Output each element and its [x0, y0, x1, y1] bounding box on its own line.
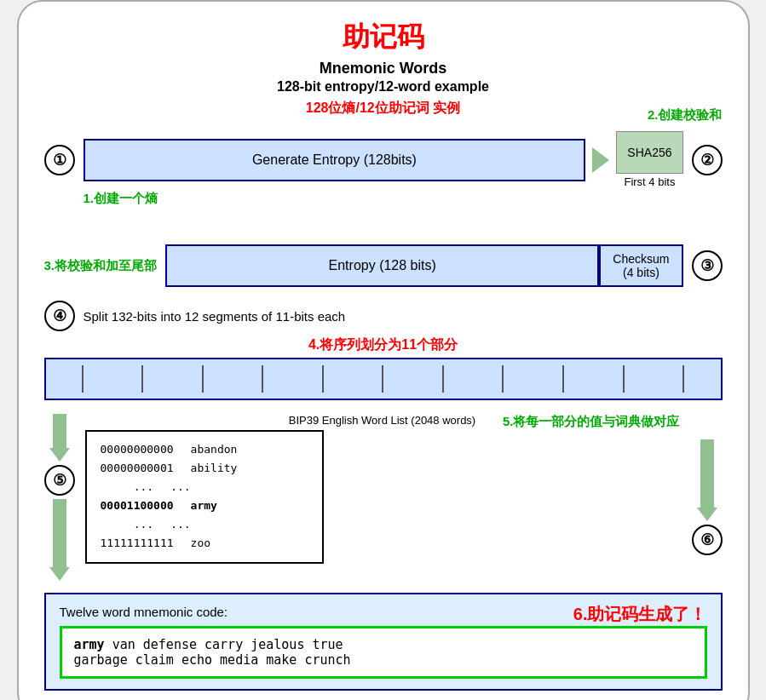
row-bip39: ⑤ 5.将每一部分的值与词典做对应 BIP39 English Word Lis… [44, 414, 723, 581]
divider [82, 365, 84, 393]
divider [502, 365, 504, 393]
row-entropy-sha: 2.创建校验和 ① Generate Entropy (128bits) SHA… [44, 131, 723, 188]
word-6: zoo [191, 534, 210, 553]
arrow-right-icon [592, 147, 609, 173]
checksum-label: Checksum(4 bits) [613, 252, 669, 279]
arrow-head-top [49, 448, 70, 462]
mnemonic-rest: van defense carry jealous truegarbage cl… [74, 637, 351, 668]
word-1: abandon [191, 440, 238, 459]
word-2: ability [191, 459, 238, 478]
divider [202, 365, 204, 393]
title-zh: 助记码 [44, 19, 723, 56]
binary-2: 00000000001 [101, 459, 174, 478]
entropy-box: Generate Entropy (128bits) [84, 139, 586, 181]
subtitle-zh: 128位熵/12位助记词 实例 [44, 100, 723, 118]
divider [322, 365, 324, 393]
circle-6: ⑥ [692, 525, 723, 555]
label-4: 4.将序列划分为11个部分 [44, 336, 723, 354]
row-mnemonic: 6.助记码生成了！ Twelve word mnemonic code: arm… [44, 593, 723, 691]
main-container: 助记码 Mnemonic Words 128-bit entropy/12-wo… [17, 0, 750, 700]
title-en: Mnemonic Words [44, 60, 723, 77]
bip-table: 00000000000 abandon 00000000001 ability … [85, 430, 324, 564]
first4bits-label: First 4 bits [624, 175, 675, 188]
binary-6: 11111111111 [101, 534, 174, 553]
binary-dots-2: ... [101, 515, 154, 534]
mnemonic-inner: army van defense carry jealous truegarba… [60, 626, 707, 679]
bip-row-3: ... ... [101, 478, 308, 496]
circle-2: ② [692, 145, 723, 175]
label-1: 1.创建一个熵 [84, 191, 158, 207]
divider [623, 365, 625, 393]
divider [141, 365, 143, 393]
circle-4: ④ [44, 301, 75, 331]
split-text: Split 132-bits into 12 segments of 11-bi… [84, 309, 346, 324]
checksum-box: Checksum(4 bits) [599, 244, 682, 287]
bip-row-1: 00000000000 abandon [101, 440, 308, 459]
arrow-head-right [697, 508, 717, 521]
bip-row-5: ... ... [101, 515, 308, 534]
bip-row-4: 00001100000 army [101, 496, 308, 515]
divider [562, 365, 564, 393]
segments-box [44, 358, 723, 400]
circle-1: ① [44, 145, 75, 175]
arrow-head-bottom [49, 567, 70, 581]
bip-row-2: 00000000001 ability [101, 459, 308, 478]
row-split: ④ Split 132-bits into 12 segments of 11-… [44, 301, 723, 400]
word-dots-1: ... [170, 478, 190, 496]
bip-container: 5.将每一部分的值与词典做对应 BIP39 English Word List … [85, 414, 680, 581]
entropy128-box: Entropy (128 bits) [165, 244, 599, 287]
divider [262, 365, 263, 393]
sha-box: SHA256 [616, 131, 682, 174]
subtitle-en: 128-bit entropy/12-word example [44, 79, 723, 95]
bip-row-6: 11111111111 zoo [101, 534, 308, 553]
divider [682, 365, 684, 393]
label-6: 6.助记码生成了！ [573, 603, 707, 626]
binary-dots-1: ... [101, 478, 154, 496]
mnemonic-bold: army [74, 637, 105, 652]
word-4: army [191, 496, 217, 515]
divider [382, 365, 383, 393]
label-5: 5.将每一部分的值与词典做对应 [503, 414, 680, 430]
binary-1: 00000000000 [101, 440, 174, 459]
split-header: ④ Split 132-bits into 12 segments of 11-… [44, 301, 723, 331]
arrow-stem-top [53, 414, 66, 448]
label-3: 3.将校验和加至尾部 [44, 258, 158, 274]
divider [442, 365, 444, 393]
circle-5: ⑤ [44, 465, 75, 496]
binary-4: 00001100000 [101, 496, 174, 515]
arrow-stem-bottom [53, 499, 66, 567]
word-dots-2: ... [170, 515, 190, 534]
label-2: 2.创建校验和 [648, 107, 723, 123]
arrow-stem-right [700, 439, 714, 508]
circle-3: ③ [692, 250, 723, 281]
row-entropy-checksum: 3.将校验和加至尾部 Entropy (128 bits) Checksum(4… [44, 244, 723, 287]
